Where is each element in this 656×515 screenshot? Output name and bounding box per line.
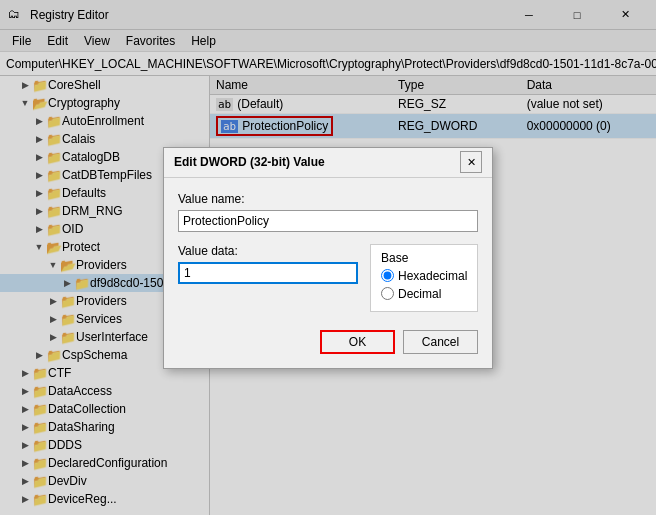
modal-row: Value data: Base Hexadecimal Decimal (178, 244, 478, 312)
modal-footer: OK Cancel (164, 322, 492, 368)
base-label: Base (381, 251, 467, 265)
dec-radio-label[interactable]: Decimal (381, 287, 467, 301)
hex-radio-text: Hexadecimal (398, 269, 467, 283)
value-data-label: Value data: (178, 244, 358, 258)
value-name-label: Value name: (178, 192, 478, 206)
cancel-button[interactable]: Cancel (403, 330, 478, 354)
dec-radio-text: Decimal (398, 287, 441, 301)
modal-title: Edit DWORD (32-bit) Value (174, 155, 460, 169)
ok-button[interactable]: OK (320, 330, 395, 354)
edit-dword-dialog: Edit DWORD (32-bit) Value ✕ Value name: … (163, 147, 493, 369)
dec-radio[interactable] (381, 287, 394, 300)
modal-close-button[interactable]: ✕ (460, 151, 482, 173)
base-group: Base Hexadecimal Decimal (370, 244, 478, 312)
value-data-input[interactable] (178, 262, 358, 284)
value-name-input[interactable] (178, 210, 478, 232)
modal-body: Value name: Value data: Base Hexadecimal… (164, 178, 492, 322)
value-data-section: Value data: (178, 244, 358, 284)
hex-radio[interactable] (381, 269, 394, 282)
hex-radio-label[interactable]: Hexadecimal (381, 269, 467, 283)
modal-title-bar: Edit DWORD (32-bit) Value ✕ (164, 148, 492, 178)
modal-overlay: Edit DWORD (32-bit) Value ✕ Value name: … (0, 0, 656, 515)
